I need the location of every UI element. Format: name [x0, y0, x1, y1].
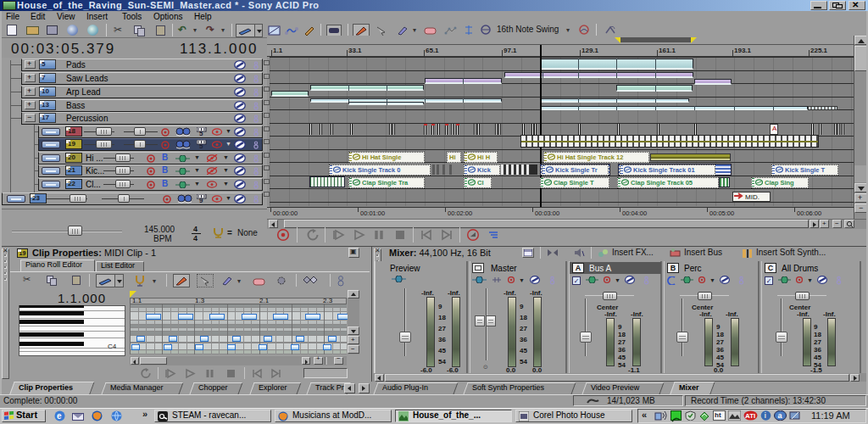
svg-text:5: 5: [199, 142, 203, 149]
svg-text:ATI: ATI: [745, 412, 755, 420]
svg-text:i: i: [765, 411, 767, 420]
svg-text:9: 9: [199, 197, 203, 204]
svg-text:5: 5: [199, 130, 203, 137]
svg-text:e: e: [57, 411, 62, 421]
